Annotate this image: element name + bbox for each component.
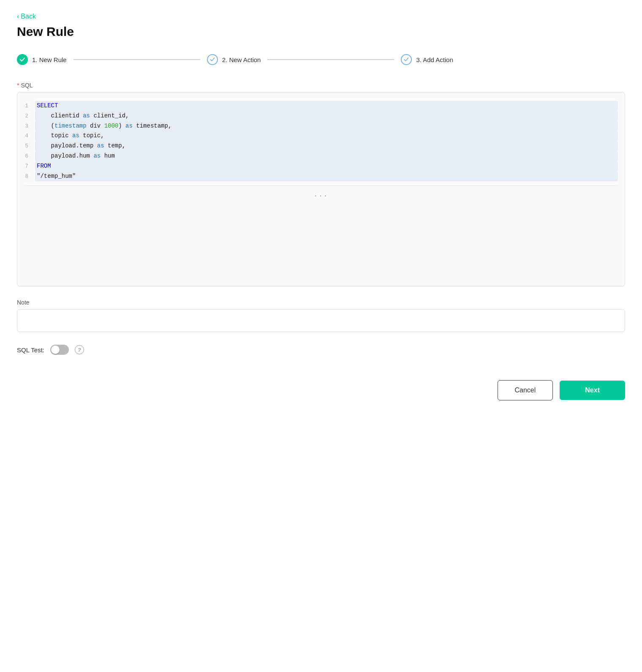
step-3-label: 3. Add Action [416, 56, 453, 63]
toggle-knob [51, 346, 60, 354]
sql-editor[interactable]: 1 SELECT 2 clientid as client_id, 3 (tim… [17, 92, 625, 286]
note-input[interactable] [17, 309, 625, 332]
code-line-8: 8 "/temp_hum" [24, 171, 618, 182]
sql-test-label: SQL Test: [17, 346, 44, 354]
step-3-icon [401, 54, 412, 65]
code-line-4: 4 topic as topic, [24, 131, 618, 141]
note-section: Note [17, 299, 625, 332]
sql-field-label: *SQL [17, 82, 625, 89]
chevron-left-icon: ‹ [17, 13, 19, 20]
code-line-7: 7 FROM [24, 161, 618, 171]
note-label: Note [17, 299, 625, 306]
step-connector-2 [267, 59, 394, 60]
action-bar: Cancel Next [17, 380, 625, 400]
editor-resize-handle[interactable]: ... [24, 185, 618, 204]
step-2: 2. New Action [207, 54, 261, 65]
step-1: 1. New Rule [17, 54, 67, 65]
sql-test-row: SQL Test: ? [17, 345, 625, 355]
help-icon[interactable]: ? [75, 345, 84, 354]
code-line-5: 5 payload.temp as temp, [24, 141, 618, 151]
step-2-label: 2. New Action [222, 56, 261, 63]
step-2-icon [207, 54, 218, 65]
next-button[interactable]: Next [560, 381, 625, 400]
code-line-2: 2 clientid as client_id, [24, 111, 618, 121]
required-marker: * [17, 82, 19, 89]
back-link[interactable]: ‹ Back [17, 13, 36, 20]
code-line-1: 1 SELECT [24, 101, 618, 111]
cancel-button[interactable]: Cancel [498, 380, 553, 400]
step-1-label: 1. New Rule [32, 56, 67, 63]
step-3: 3. Add Action [401, 54, 453, 65]
back-label: Back [21, 13, 36, 20]
sql-test-toggle[interactable] [50, 345, 69, 355]
code-line-3: 3 (timestamp div 1000) as timestamp, [24, 121, 618, 131]
stepper: 1. New Rule 2. New Action 3. Add Action [17, 54, 625, 65]
page-title: New Rule [17, 24, 625, 39]
step-1-icon [17, 54, 28, 65]
step-connector-1 [73, 59, 200, 60]
code-line-6: 6 payload.hum as hum [24, 151, 618, 161]
